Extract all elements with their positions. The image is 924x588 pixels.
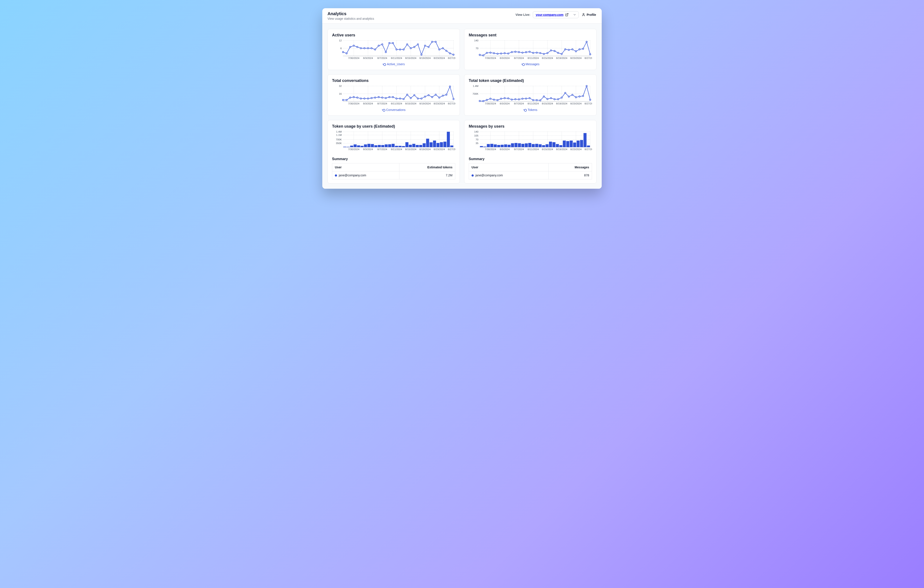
svg-rect-303 [504,144,507,147]
svg-point-191 [511,99,513,100]
svg-rect-253 [392,144,394,147]
svg-point-95 [547,53,548,54]
svg-point-90 [529,51,530,53]
svg-text:8/7/2024: 8/7/2024 [377,148,387,150]
open-live-domain-link[interactable]: your-company.com [533,12,571,18]
svg-text:8/23/2024: 8/23/2024 [570,56,582,59]
svg-text:1.4M: 1.4M [473,85,478,87]
svg-rect-302 [500,145,503,147]
chart-messages-sent[interactable]: 701407/30/20248/3/20248/7/20248/11/20248… [469,40,592,61]
table-row[interactable]: jane@company.com 878 [469,172,592,179]
svg-text:8/3/2024: 8/3/2024 [500,56,510,59]
svg-rect-258 [409,145,412,147]
view-live-label: View Live: [515,13,530,17]
svg-point-200 [543,96,544,97]
svg-point-43 [414,46,415,48]
svg-point-36 [389,43,390,44]
svg-text:8/27/2024: 8/27/2024 [448,148,455,150]
table-header-value: Estimated tokens [399,164,455,172]
svg-point-140 [382,97,383,98]
svg-rect-269 [447,132,450,147]
svg-rect-252 [388,144,391,147]
summary-heading: Summary [469,157,592,161]
table-row[interactable]: jane@company.com 7.2M [332,172,455,179]
chart-tokens-by-users[interactable]: 350K700K1.1M1.4M7/30/20248/3/20248/7/202… [332,131,455,152]
svg-point-93 [540,53,541,54]
svg-point-188 [500,98,502,99]
svg-rect-304 [508,145,510,147]
svg-text:8/3/2024: 8/3/2024 [500,102,510,105]
svg-rect-261 [419,145,422,147]
svg-point-131 [350,97,351,98]
svg-text:70: 70 [476,47,478,50]
svg-rect-262 [422,143,426,147]
svg-rect-311 [532,144,535,147]
svg-text:8/19/2024: 8/19/2024 [556,102,567,105]
svg-text:8/27/2024: 8/27/2024 [584,148,592,150]
svg-rect-264 [429,142,432,147]
svg-rect-267 [440,142,443,147]
svg-point-199 [540,100,541,101]
svg-text:7/30/2024: 7/30/2024 [485,148,496,150]
svg-text:8/15/2024: 8/15/2024 [405,56,416,59]
svg-point-204 [558,99,559,100]
svg-point-24 [346,53,347,54]
svg-text:8/3/2024: 8/3/2024 [363,148,373,150]
svg-text:35: 35 [476,142,478,145]
svg-text:700K: 700K [336,138,342,141]
card-title: Active users [332,33,455,38]
svg-text:70: 70 [476,138,478,141]
svg-rect-320 [563,140,566,147]
svg-rect-248 [374,145,377,147]
svg-text:6: 6 [340,47,342,50]
svg-text:700K: 700K [472,92,478,95]
svg-text:8/7/2024: 8/7/2024 [514,102,524,105]
svg-text:8/11/2024: 8/11/2024 [528,148,539,150]
external-link-icon [565,13,569,17]
chart-total-tokens[interactable]: 700K1.4M7/30/20248/3/20248/7/20248/11/20… [469,85,592,106]
legend-active-users: Active_Users [332,63,455,66]
svg-point-158 [446,94,447,95]
svg-point-150 [417,98,419,99]
chart-active-users[interactable]: 6127/30/20248/3/20248/7/20248/11/20248/1… [332,40,455,61]
svg-point-138 [375,97,376,98]
svg-text:8/3/2024: 8/3/2024 [500,148,510,150]
svg-point-29 [364,48,365,49]
svg-rect-249 [378,145,381,147]
svg-rect-313 [539,144,542,147]
svg-point-86 [515,51,516,53]
svg-rect-321 [566,141,569,147]
chart-total-conversations[interactable]: 16327/30/20248/3/20248/7/20248/11/20248/… [332,85,455,106]
svg-rect-263 [426,139,429,147]
svg-point-98 [558,52,559,53]
domain-dropdown-button[interactable] [571,12,579,18]
legend-marker-icon [382,109,385,111]
svg-rect-250 [381,145,384,147]
chart-messages-by-users[interactable]: 35701051407/30/20248/3/20248/7/20248/11/… [469,131,592,152]
svg-point-1 [583,13,584,15]
domain-text: your-company.com [536,13,563,17]
svg-rect-317 [553,142,556,147]
svg-rect-245 [364,144,367,147]
svg-point-160 [453,98,454,100]
legend-label: Active_Users [387,63,404,66]
svg-rect-247 [371,144,374,147]
table-header-value: Messages [549,164,592,172]
series-color-dot-icon [335,174,337,177]
svg-point-130 [346,99,347,101]
svg-point-32 [375,49,376,50]
table-cell-value: 7.2M [399,172,455,179]
svg-point-132 [353,97,354,98]
svg-rect-322 [570,140,573,147]
svg-rect-240 [347,147,350,147]
svg-text:32: 32 [339,85,342,87]
svg-point-153 [428,95,429,96]
svg-point-133 [357,97,358,98]
svg-point-41 [406,44,408,45]
svg-text:8/3/2024: 8/3/2024 [363,102,373,105]
svg-point-184 [486,99,488,101]
svg-rect-254 [395,146,398,147]
svg-point-45 [421,54,422,55]
profile-link[interactable]: Profile [581,12,597,18]
svg-point-145 [399,98,401,99]
